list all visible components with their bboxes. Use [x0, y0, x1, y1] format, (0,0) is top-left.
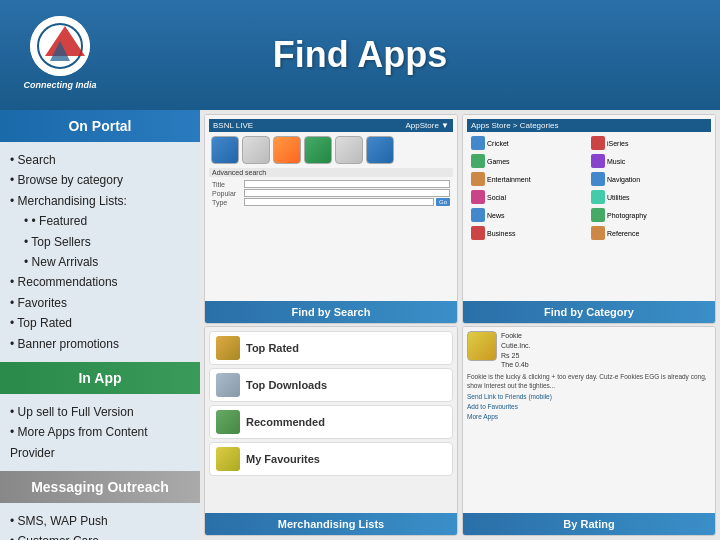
search-screen: BSNL LIVE AppStore ▼ Advanced search [205, 115, 457, 301]
cat-label: Entertainment [487, 176, 531, 183]
merch-item-favourites[interactable]: My Favourites [209, 442, 453, 476]
rating-link[interactable]: Send Link to Friends (mobile) [467, 392, 711, 402]
cat-item[interactable]: Navigation [590, 171, 708, 187]
app-thumb [366, 136, 394, 164]
in-app-header: In App [0, 362, 200, 394]
reference-icon [591, 226, 605, 240]
music-icon [591, 154, 605, 168]
top-downloads-icon [216, 373, 240, 397]
logo-text: Connecting India [24, 80, 97, 90]
bottom-panels-row: Top Rated Top Downloads Recommended My F… [204, 326, 716, 536]
merch-item-label: Top Downloads [246, 379, 327, 391]
recommended-icon [216, 410, 240, 434]
cat-item[interactable]: Utilities [590, 189, 708, 205]
rating-panel: Fookie Cutie.Inc. Rs 25 The 0.4b Fookie … [462, 326, 716, 536]
utilities-icon [591, 190, 605, 204]
news-icon [471, 208, 485, 222]
main-content: On Portal • Search • Browse by category … [0, 110, 720, 540]
merch-item-top-downloads[interactable]: Top Downloads [209, 368, 453, 402]
logo-image-icon [30, 16, 90, 76]
cat-item[interactable]: iSeries [590, 135, 708, 151]
cat-label: Cricket [487, 140, 509, 147]
search-panel-label: Find by Search [205, 301, 457, 323]
rating-app-desc: Fookie is the lucky & clicking + too eve… [467, 373, 711, 390]
merch-item-label: Recommended [246, 416, 325, 428]
search-panel: BSNL LIVE AppStore ▼ Advanced search [204, 114, 458, 324]
cat-item[interactable]: Business [470, 225, 588, 241]
rating-details: Fookie Cutie.Inc. Rs 25 The 0.4b [501, 331, 531, 370]
search-row-label: Popular [212, 190, 242, 197]
cat-item[interactable]: Music [590, 153, 708, 169]
list-item: • Up sell to Full Version [10, 402, 190, 422]
merch-screen: Top Rated Top Downloads Recommended My F… [205, 327, 457, 513]
cat-item[interactable]: Games [470, 153, 588, 169]
search-input-fake[interactable] [244, 198, 434, 206]
merch-item-top-rated[interactable]: Top Rated [209, 331, 453, 365]
list-item: • Merchandising Lists: [10, 191, 190, 211]
rating-link[interactable]: More Apps [467, 412, 711, 422]
search-input-fake[interactable] [244, 180, 450, 188]
messaging-list: • SMS, WAP Push • Customer Care [0, 503, 200, 540]
cat-item[interactable]: Social [470, 189, 588, 205]
list-item: • Search [10, 150, 190, 170]
search-input-fake[interactable] [244, 189, 450, 197]
cat-label: News [487, 212, 505, 219]
list-item: • Top Sellers [10, 232, 190, 252]
rating-app-thumb: Fookie Cutie.Inc. Rs 25 The 0.4b [467, 331, 711, 370]
in-app-list: • Up sell to Full Version • More Apps fr… [0, 394, 200, 471]
cat-item[interactable]: Reference [590, 225, 708, 241]
cat-item[interactable]: News [470, 207, 588, 223]
list-item: • • Featured [10, 211, 190, 231]
category-panel-label: Find by Category [463, 301, 715, 323]
app-thumb [242, 136, 270, 164]
entertainment-icon [471, 172, 485, 186]
cat-item[interactable]: Entertainment [470, 171, 588, 187]
app-thumb [211, 136, 239, 164]
category-screen: Apps Store > Categories Cricket iSeries [463, 115, 715, 301]
left-panel: On Portal • Search • Browse by category … [0, 110, 200, 540]
app-thumb [273, 136, 301, 164]
cat-label: Navigation [607, 176, 640, 183]
adv-search-label: Advanced search [209, 168, 453, 177]
cat-label: Games [487, 158, 510, 165]
cat-item[interactable]: Photography [590, 207, 708, 223]
rating-links: Send Link to Friends (mobile) Add to Fav… [467, 392, 711, 421]
category-header: Apps Store > Categories [467, 119, 711, 132]
list-item: • Browse by category [10, 170, 190, 190]
page-title: Find Apps [273, 34, 448, 76]
rating-link[interactable]: Add to Favourites [467, 402, 711, 412]
cat-item[interactable]: Cricket [470, 135, 588, 151]
favourites-icon [216, 447, 240, 471]
logo-circle [30, 16, 90, 76]
app-thumbnails [209, 132, 453, 168]
search-go-button[interactable]: Go [436, 198, 450, 206]
search-row-label: Title [212, 181, 242, 188]
top-rated-icon [216, 336, 240, 360]
list-item: • Recommendations [10, 272, 190, 292]
bsnl-live-bar: BSNL LIVE AppStore ▼ [209, 119, 453, 132]
merch-item-label: Top Rated [246, 342, 299, 354]
merch-item-recommended[interactable]: Recommended [209, 405, 453, 439]
rating-app-version: Rs 25 [501, 351, 531, 361]
navigation-icon [591, 172, 605, 186]
rating-app-icon [467, 331, 497, 361]
rating-app-title: Fookie [501, 331, 531, 341]
list-item: • Banner promotions [10, 334, 190, 354]
cat-label: Photography [607, 212, 647, 219]
header: Connecting India Find Apps [0, 0, 720, 110]
cricket-icon [471, 136, 485, 150]
list-item: • SMS, WAP Push [10, 511, 190, 531]
bsnl-live-text: BSNL LIVE [213, 121, 253, 130]
search-row: Type Go [212, 198, 450, 206]
search-row: Popular [212, 189, 450, 197]
appstore-text: AppStore ▼ [406, 121, 450, 130]
logo: Connecting India [10, 8, 110, 98]
social-icon [471, 190, 485, 204]
cat-label: iSeries [607, 140, 628, 147]
merch-item-label: My Favourites [246, 453, 320, 465]
category-panel: Apps Store > Categories Cricket iSeries [462, 114, 716, 324]
cat-label: Business [487, 230, 515, 237]
list-item: • Customer Care [10, 531, 190, 540]
cat-label: Utilities [607, 194, 630, 201]
cat-label: Music [607, 158, 625, 165]
